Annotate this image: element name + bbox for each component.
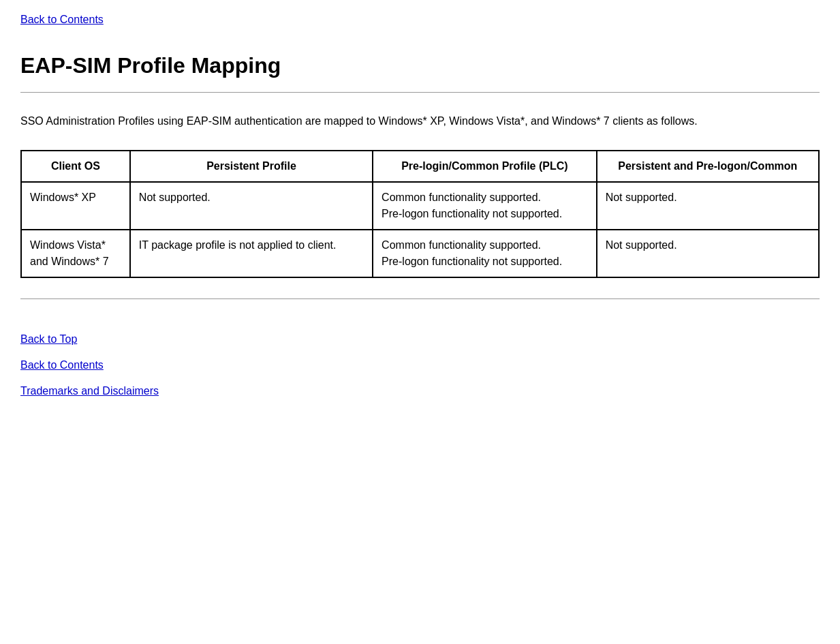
cell-persistent-prelogon: Not supported.: [597, 182, 819, 230]
back-to-top-link[interactable]: Back to Top: [20, 333, 77, 346]
top-rule: [20, 92, 820, 93]
cell-persistent-prelogon: Not supported.: [597, 230, 819, 277]
bottom-rule: [20, 298, 820, 299]
cell-plc: Common functionality supported.Pre-logon…: [373, 230, 597, 277]
trademarks-disclaimers-link[interactable]: Trademarks and Disclaimers: [20, 385, 159, 397]
cell-client-os: Windows Vista*and Windows* 7: [21, 230, 130, 277]
table-row: Windows Vista*and Windows* 7IT package p…: [21, 230, 819, 277]
cell-persistent-profile: Not supported.: [130, 182, 373, 230]
header-persistent-profile: Persistent Profile: [130, 151, 373, 182]
cell-persistent-profile: IT package profile is not applied to cli…: [130, 230, 373, 277]
back-to-contents-bottom-link[interactable]: Back to Contents: [20, 359, 104, 371]
header-client-os: Client OS: [21, 151, 130, 182]
header-plc: Pre-login/Common Profile (PLC): [373, 151, 597, 182]
table-header-row: Client OS Persistent Profile Pre-login/C…: [21, 151, 819, 182]
profile-mapping-table: Client OS Persistent Profile Pre-login/C…: [20, 150, 820, 278]
page-title: EAP-SIM Profile Mapping: [20, 53, 820, 78]
back-to-contents-top-link[interactable]: Back to Contents: [20, 14, 104, 26]
table-row: Windows* XPNot supported.Common function…: [21, 182, 819, 230]
cell-plc: Common functionality supported.Pre-logon…: [373, 182, 597, 230]
description-text: SSO Administration Profiles using EAP-SI…: [20, 113, 820, 129]
header-persistent-prelogon: Persistent and Pre-logon/Common: [597, 151, 819, 182]
cell-client-os: Windows* XP: [21, 182, 130, 230]
